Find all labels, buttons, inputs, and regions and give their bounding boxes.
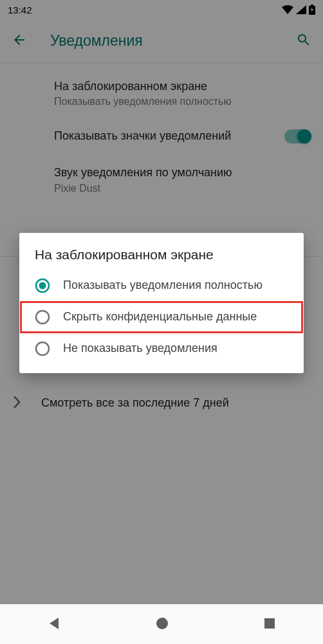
- option-label: Не показывать уведомления: [63, 341, 217, 356]
- dialog-title: На заблокированном экране: [19, 247, 304, 270]
- nav-back-button[interactable]: [47, 616, 61, 633]
- navigation-bar: [0, 604, 323, 644]
- option-label: Скрыть конфиденциальные данные: [63, 309, 257, 324]
- radio-unchecked-icon: [35, 341, 50, 356]
- svg-point-5: [36, 342, 49, 355]
- nav-recent-button[interactable]: [263, 617, 276, 632]
- nav-home-button[interactable]: [155, 616, 169, 633]
- svg-point-6: [156, 618, 168, 629]
- radio-unchecked-icon: [35, 309, 50, 325]
- option-hide-sensitive[interactable]: Скрыть конфиденциальные данные: [20, 301, 303, 333]
- svg-point-4: [36, 311, 49, 324]
- option-hide-all[interactable]: Не показывать уведомления: [19, 333, 304, 364]
- svg-point-3: [39, 282, 46, 290]
- svg-rect-7: [264, 618, 275, 629]
- lock-screen-dialog: На заблокированном экране Показывать уве…: [19, 233, 304, 373]
- option-show-all[interactable]: Показывать уведомления полностью: [19, 270, 304, 301]
- radio-checked-icon: [35, 278, 50, 293]
- option-label: Показывать уведомления полностью: [63, 278, 263, 293]
